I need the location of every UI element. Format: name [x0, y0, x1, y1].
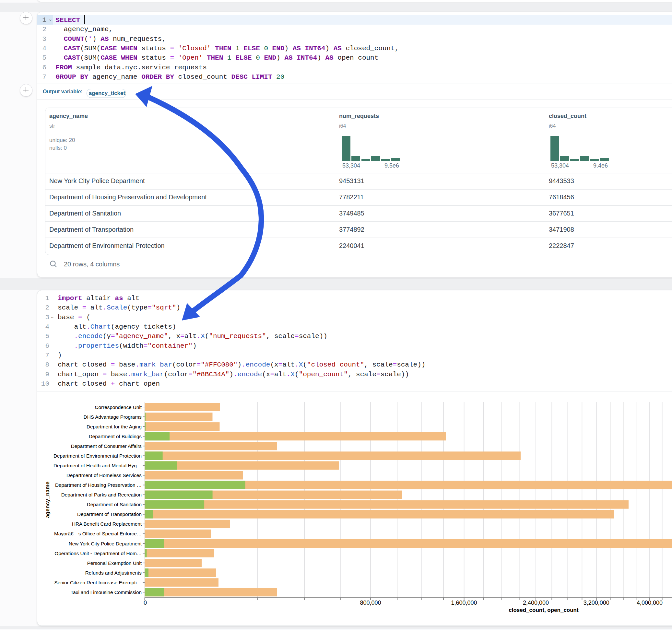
svg-text:Department of Parks and Recrea: Department of Parks and Recreation: [61, 492, 142, 498]
svg-text:Mayorâ€ s Office of Special En: Mayorâ€ s Office of Special Enforce…: [54, 531, 142, 536]
svg-text:0: 0: [144, 600, 147, 606]
svg-text:agency_name: agency_name: [44, 482, 51, 518]
svg-text:closed_count, open_count: closed_count, open_count: [509, 607, 579, 613]
svg-text:Department of Consumer Affairs: Department of Consumer Affairs: [71, 443, 142, 449]
svg-text:1,600,000: 1,600,000: [451, 600, 477, 606]
svg-text:4,000,000: 4,000,000: [637, 600, 663, 606]
svg-text:Taxi and Limousine Commission: Taxi and Limousine Commission: [71, 589, 142, 595]
svg-text:2,400,000: 2,400,000: [523, 600, 549, 606]
svg-text:Department of Housing Preserva: Department of Housing Preservation …: [55, 482, 142, 488]
svg-text:Department of Transportation: Department of Transportation: [77, 511, 142, 517]
svg-text:HRA Benefit Card Replacement: HRA Benefit Card Replacement: [72, 521, 142, 527]
svg-text:Refunds and Adjustments: Refunds and Adjustments: [85, 570, 142, 576]
svg-text:New York City Police Departmen: New York City Police Department: [69, 541, 142, 547]
svg-text:Correspondence Unit: Correspondence Unit: [95, 405, 142, 410]
svg-text:Department of Homeless Service: Department of Homeless Services: [67, 472, 142, 478]
svg-text:Department of Buildings: Department of Buildings: [89, 434, 142, 439]
svg-text:3,200,000: 3,200,000: [583, 600, 609, 606]
svg-text:DHS Advantage Programs: DHS Advantage Programs: [83, 414, 142, 420]
svg-text:Operations Unit - Department o: Operations Unit - Department of Hom…: [54, 551, 142, 556]
svg-text:Senior Citizen Rent Increase E: Senior Citizen Rent Increase Exempti…: [54, 580, 142, 585]
svg-text:Department of Health and Menta: Department of Health and Mental Hyg…: [53, 463, 142, 468]
svg-text:Department for the Aging: Department for the Aging: [87, 424, 142, 429]
svg-text:Department of Environmental Pr: Department of Environmental Protection: [53, 453, 142, 459]
svg-text:Personal Exemption Unit: Personal Exemption Unit: [87, 560, 142, 566]
svg-text:800,000: 800,000: [360, 600, 381, 606]
svg-text:Department of Sanitation: Department of Sanitation: [87, 502, 142, 507]
